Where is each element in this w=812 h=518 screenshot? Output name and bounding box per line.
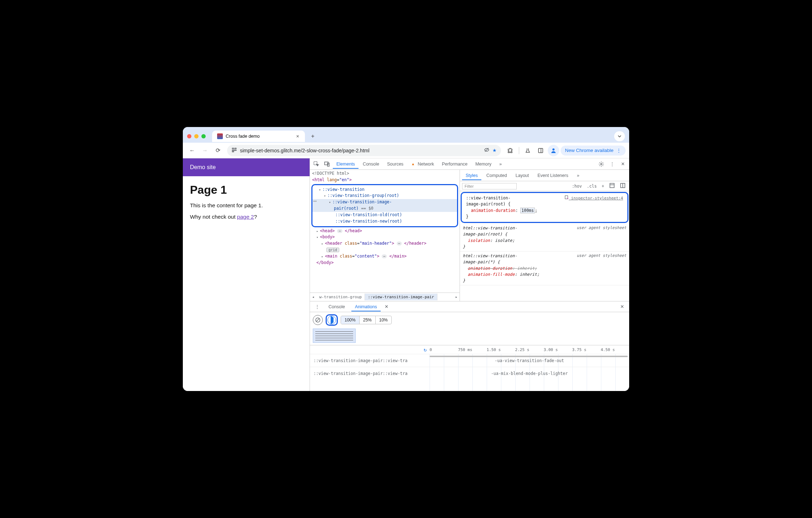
styles-toolbar: Filter :hov .cls + — [460, 181, 629, 191]
animation-duration-value[interactable]: 100ms — [520, 208, 535, 213]
profile-button[interactable] — [548, 145, 559, 156]
speed-10[interactable]: 10% — [376, 316, 391, 324]
tab-console[interactable]: Console — [359, 159, 383, 169]
page-body: Page 1 This is the content for page 1. W… — [183, 176, 310, 232]
dom-grid-badge[interactable]: grid — [310, 247, 460, 253]
tab-network[interactable]: Network — [408, 159, 438, 169]
style-rule-1[interactable]: inspector-stylesheet:4 ::view-transition… — [463, 194, 626, 221]
dom-vt-group[interactable]: ::view-transition-group(root) — [312, 193, 457, 199]
dom-vt[interactable]: ::view-transition — [312, 187, 457, 193]
dom-doctype[interactable]: <!DOCTYPE html> — [310, 171, 460, 177]
dom-html-open[interactable]: <html lang="en"> — [310, 177, 460, 183]
extensions-button[interactable] — [505, 145, 516, 156]
elements-panel: <!DOCTYPE html> <html lang="en"> ::view-… — [310, 170, 460, 301]
breadcrumb-item[interactable]: w-transition-group — [316, 294, 365, 300]
speed-100[interactable]: 100% — [341, 316, 360, 324]
dom-main[interactable]: <main class="content"> ⋯ </main> — [310, 253, 460, 260]
reload-button[interactable]: ⟳ — [212, 145, 224, 156]
window-close-button[interactable] — [187, 134, 191, 138]
site-settings-icon[interactable] — [231, 147, 237, 154]
dom-header[interactable]: <header class="main-header"> ⋯ </header> — [310, 240, 460, 247]
devtools-drawer: ⋮ Console Animations ✕ ✕ 100% — [310, 301, 629, 391]
new-style-rule-button[interactable]: + — [600, 183, 606, 189]
forward-button[interactable]: → — [199, 145, 211, 156]
settings-button[interactable] — [596, 161, 606, 167]
tab-performance[interactable]: Performance — [438, 159, 471, 169]
eye-off-icon[interactable] — [484, 147, 490, 154]
side-panel-button[interactable] — [535, 145, 546, 156]
replay-button[interactable]: ↻ — [424, 347, 427, 352]
tab-overflow-button[interactable] — [614, 131, 625, 141]
drawer-tab-console[interactable]: Console — [325, 302, 349, 311]
back-button[interactable]: ← — [186, 145, 198, 156]
play-button[interactable] — [327, 316, 336, 324]
browser-tab[interactable]: Cross fade demo — [212, 131, 305, 142]
window-maximize-button[interactable] — [201, 134, 206, 138]
dom-vt-image-pair[interactable]: ⋯ ::view-transition-image- — [312, 199, 457, 205]
dom-tree[interactable]: <!DOCTYPE html> <html lang="en"> ::view-… — [310, 170, 460, 293]
close-drawer-button[interactable]: ✕ — [617, 304, 627, 309]
rendering-button[interactable] — [618, 182, 627, 190]
tab-elements[interactable]: Elements — [333, 159, 359, 169]
computed-sidebar-button[interactable] — [608, 182, 616, 190]
dom-vt-image-pair-2[interactable]: pair(root) == $0 — [312, 205, 457, 212]
favicon — [217, 133, 223, 139]
bookmark-star-icon[interactable]: ★ — [492, 148, 497, 153]
new-tab-button[interactable]: + — [308, 131, 318, 141]
inspect-element-button[interactable] — [311, 161, 321, 167]
device-toolbar-button[interactable] — [322, 161, 332, 167]
animation-timeline[interactable]: ↻ 0 750 ms 1.50 s 2.25 s 3.00 s 3.75 s 4… — [310, 345, 629, 391]
animation-row-2[interactable]: ::view-transition-image-pair::view-tra -… — [310, 367, 629, 380]
dom-body-close[interactable]: </body> — [310, 260, 460, 266]
update-chrome-chip[interactable]: New Chrome available ⋮ — [561, 146, 626, 156]
close-tab-button[interactable] — [295, 134, 300, 139]
speed-25[interactable]: 25% — [360, 316, 376, 324]
animation-group-preview[interactable] — [313, 329, 356, 343]
hov-toggle[interactable]: :hov — [571, 183, 583, 189]
window-minimize-button[interactable] — [194, 134, 199, 138]
close-devtools-button[interactable]: ✕ — [618, 161, 628, 167]
dom-vt-old[interactable]: ::view-transition-old(root) — [312, 212, 457, 218]
style-rule-3[interactable]: user agent stylesheet html::view-transit… — [460, 252, 629, 285]
tab-layout[interactable]: Layout — [512, 171, 533, 180]
close-animations-tab[interactable]: ✕ — [384, 304, 390, 309]
address-bar[interactable]: simple-set-demos.glitch.me/2-slow-cross-… — [227, 145, 501, 156]
tab-strip: Cross fade demo + — [183, 127, 629, 143]
play-icon — [330, 318, 334, 323]
rule-origin-link[interactable]: inspector-stylesheet:4 — [565, 195, 623, 202]
tab-computed[interactable]: Computed — [483, 171, 511, 180]
dom-head[interactable]: <head> ⋯ </head> — [310, 228, 460, 234]
drawer-menu-button[interactable]: ⋮ — [312, 304, 322, 309]
clear-animations-button[interactable] — [313, 315, 323, 325]
tab-event-listeners[interactable]: Event Listeners — [534, 171, 572, 180]
styles-body[interactable]: inspector-stylesheet:4 ::view-transition… — [460, 191, 629, 301]
dom-body-open[interactable]: <body> — [310, 234, 460, 240]
animations-toolbar: 100% 25% 10% — [310, 312, 629, 328]
cls-toggle[interactable]: .cls — [585, 183, 598, 189]
svg-point-11 — [601, 163, 602, 165]
traffic-lights — [187, 134, 206, 138]
tab-overflow[interactable]: » — [496, 159, 505, 169]
more-icon: ⋮ — [616, 148, 621, 153]
tab-styles[interactable]: Styles — [462, 171, 481, 180]
dom-vt-new[interactable]: ::view-transition-new(root) — [312, 218, 457, 225]
drawer-tab-animations[interactable]: Animations — [351, 302, 381, 311]
styles-filter-input[interactable]: Filter — [462, 183, 517, 189]
svg-rect-12 — [610, 183, 614, 188]
animation-row-1[interactable]: ::view-transition-image-pair::view-tra -… — [310, 354, 629, 367]
page-2-link[interactable]: page 2 — [237, 214, 254, 220]
tab-styles-overflow[interactable]: » — [573, 171, 583, 180]
devtools-panel: Elements Console Sources Network Perform… — [310, 158, 629, 391]
breadcrumb-item-current[interactable]: ::view-transition-image-pair — [365, 294, 437, 300]
svg-rect-3 — [232, 151, 234, 152]
cancel-icon — [315, 317, 321, 323]
breadcrumb-next-button[interactable]: ▸ — [453, 295, 460, 299]
tab-sources[interactable]: Sources — [384, 159, 407, 169]
tab-memory[interactable]: Memory — [472, 159, 495, 169]
breadcrumb-prev-button[interactable]: ◂ — [310, 295, 316, 299]
more-button[interactable]: ⋮ — [607, 161, 617, 167]
browser-window: Cross fade demo + ← → ⟳ simple-set-demos… — [183, 127, 629, 391]
labs-button[interactable] — [522, 145, 533, 156]
styles-rule-highlight: inspector-stylesheet:4 ::view-transition… — [461, 192, 628, 223]
style-rule-2[interactable]: user agent stylesheet html::view-transit… — [460, 224, 629, 252]
